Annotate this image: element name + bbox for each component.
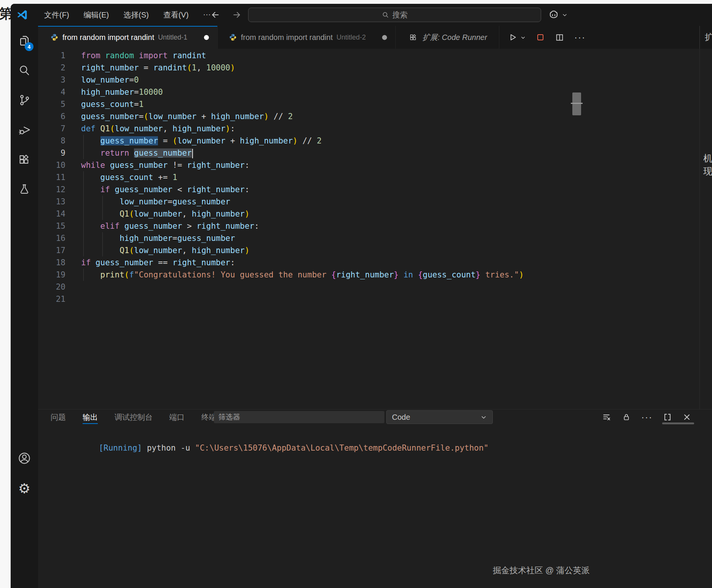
editor-group-divider[interactable] — [699, 26, 700, 49]
tab-detail: Untitled-1 — [158, 33, 187, 41]
line-number: 20 — [38, 281, 65, 293]
code-line-11[interactable]: 11 guess_count += 1 — [38, 171, 712, 183]
sidebar-item-source-control[interactable] — [11, 85, 38, 115]
code-line-4[interactable]: 4high_number=10000 — [38, 86, 712, 98]
clipped-second-group-tab[interactable]: 扩 — [705, 32, 712, 43]
tab-code-runner-extension[interactable]: 扩展: Code Runner — [396, 26, 499, 49]
indent-guide — [83, 196, 84, 208]
code-line-12[interactable]: 12 if guess_number < right_number: — [38, 183, 712, 196]
search-icon — [18, 64, 31, 77]
menu-more[interactable]: ··· — [203, 10, 211, 20]
editor-group-divider — [699, 49, 700, 409]
code-editor[interactable]: 机 现 1from random import randint2right_nu… — [38, 49, 712, 409]
python-file-icon — [229, 33, 237, 41]
clear-output-button[interactable] — [602, 413, 612, 422]
clipped-second-group-text: 机 — [703, 152, 712, 164]
forward-arrow-icon[interactable] — [232, 10, 242, 20]
output-running-tag: [Running] — [99, 443, 142, 453]
sidebar-item-account[interactable] — [11, 443, 38, 473]
menu-edit[interactable]: 编辑(E) — [84, 10, 109, 20]
split-editor-button[interactable] — [555, 33, 564, 42]
line-content: if guess_number < right_number: — [81, 183, 250, 196]
tab-untitled-2[interactable]: from random import randint Untitled-2 — [218, 26, 396, 49]
stop-button[interactable] — [536, 33, 545, 42]
line-number: 4 — [38, 86, 65, 98]
sidebar-item-settings[interactable]: ⚙ — [11, 474, 38, 504]
editor-scrollbar-thumb[interactable] — [572, 92, 581, 115]
code-line-10[interactable]: 10while guess_number != right_number: — [38, 159, 712, 171]
menu-selection[interactable]: 选择(S) — [123, 10, 149, 20]
indent-guide — [102, 196, 103, 208]
code-line-7[interactable]: 7def Q1(low_number, high_number): — [38, 123, 712, 135]
sidebar-item-run-debug[interactable] — [11, 115, 38, 145]
beaker-icon — [18, 183, 31, 196]
line-number: 2 — [38, 62, 65, 74]
sidebar-item-explorer[interactable]: 4 — [11, 26, 38, 56]
line-number: 19 — [38, 269, 65, 281]
code-line-16[interactable]: 16 high_number=guess_number — [38, 232, 712, 244]
modified-dot-icon[interactable] — [382, 35, 387, 40]
indent-guide — [83, 171, 84, 183]
menu-view[interactable]: 查看(V) — [163, 10, 189, 20]
tab-detail: Untitled-2 — [336, 33, 366, 41]
code-line-20[interactable]: 20 — [38, 281, 712, 293]
panel-tab-output[interactable]: 输出 — [83, 410, 98, 425]
chevron-down-icon — [480, 414, 487, 421]
panel-tab-debug-console[interactable]: 调试控制台 — [115, 410, 153, 425]
vscode-window: 文件(F) 编辑(E) 选择(S) 查看(V) ··· 搜索 — [11, 4, 712, 588]
output-console[interactable]: [Running] python -u "C:\Users\15076\AppD… — [51, 429, 489, 467]
line-content: if guess_number == right_number: — [81, 257, 235, 269]
code-line-19[interactable]: 19 print(f"Congratulations! You guessed … — [38, 269, 712, 281]
indent-guide — [83, 244, 84, 257]
indent-guide — [83, 147, 84, 159]
code-line-21[interactable]: 21 — [38, 293, 712, 305]
code-line-6[interactable]: 6guess_number=(low_number + high_number)… — [38, 110, 712, 123]
panel-scrollbar-thumb[interactable] — [662, 422, 694, 424]
code-line-2[interactable]: 2right_number = randint(1, 10000) — [38, 62, 712, 74]
line-number: 10 — [38, 159, 65, 171]
extensions-icon — [18, 153, 31, 166]
sidebar-item-testing[interactable] — [11, 174, 38, 204]
code-line-1[interactable]: 1from random import randint — [38, 49, 712, 62]
panel-more-button[interactable]: ··· — [641, 412, 653, 422]
maximize-panel-button[interactable] — [663, 413, 672, 422]
account-icon — [18, 451, 31, 465]
line-content: guess_number=(low_number + high_number) … — [81, 110, 293, 123]
line-number: 8 — [38, 135, 65, 147]
line-number: 6 — [38, 110, 65, 123]
code-line-15[interactable]: 15 elif guess_number > right_number: — [38, 220, 712, 232]
line-content: Q1(low_number, high_number) — [81, 244, 250, 257]
code-line-8[interactable]: 8 guess_number = (low_number + high_numb… — [38, 135, 712, 147]
copilot-menu[interactable] — [548, 4, 568, 26]
code-line-5[interactable]: 5guess_count=1 — [38, 98, 712, 110]
lock-scroll-button[interactable] — [622, 413, 631, 422]
code-line-14[interactable]: 14 Q1(low_number, high_number) — [38, 208, 712, 220]
back-arrow-icon[interactable] — [210, 10, 220, 20]
code-line-17[interactable]: 17 Q1(low_number, high_number) — [38, 244, 712, 257]
tab-untitled-1[interactable]: from random import randint Untitled-1 — [38, 26, 218, 49]
code-line-18[interactable]: 18if guess_number == right_number: — [38, 257, 712, 269]
command-center-search[interactable]: 搜索 — [248, 8, 541, 22]
output-channel-select[interactable]: Code — [386, 410, 493, 424]
modified-dot-icon[interactable] — [204, 35, 209, 40]
code-line-13[interactable]: 13 low_number=guess_number — [38, 196, 712, 208]
sidebar-item-extensions[interactable] — [11, 145, 38, 174]
sidebar-item-search[interactable] — [11, 56, 38, 85]
close-panel-button[interactable] — [682, 413, 691, 422]
code-line-9[interactable]: 9 return guess_number — [38, 147, 712, 159]
code-line-3[interactable]: 3low_number=0 — [38, 74, 712, 86]
run-button[interactable] — [508, 32, 526, 42]
indent-guide — [83, 232, 84, 244]
indent-guide — [83, 183, 84, 196]
line-content: return guess_number — [81, 147, 193, 159]
line-number: 7 — [38, 123, 65, 135]
menu-file[interactable]: 文件(F) — [44, 10, 69, 20]
output-filter-input[interactable]: 筛选器 — [214, 411, 384, 423]
filter-placeholder: 筛选器 — [218, 412, 240, 422]
line-number: 12 — [38, 183, 65, 196]
panel-tab-ports[interactable]: 端口 — [169, 410, 185, 425]
line-content: guess_number = (low_number + high_number… — [81, 135, 322, 147]
panel-tab-problems[interactable]: 问题 — [51, 410, 66, 425]
more-actions-button[interactable]: ··· — [574, 32, 586, 43]
line-content: high_number=10000 — [81, 86, 163, 98]
